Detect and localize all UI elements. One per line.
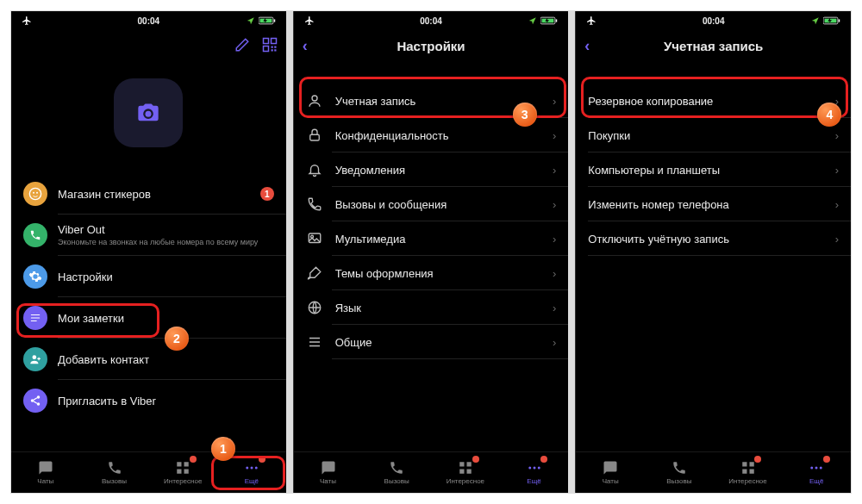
chevron-right-icon: › xyxy=(835,198,839,211)
tab-chats[interactable]: Чаты xyxy=(294,452,363,493)
notification-dot xyxy=(540,456,547,463)
svg-point-48 xyxy=(815,467,818,470)
tab-more[interactable]: Ещё xyxy=(782,452,851,493)
tab-explore[interactable]: Интересное xyxy=(714,452,783,493)
chevron-right-icon: › xyxy=(835,164,839,177)
more-icon xyxy=(527,460,542,476)
svg-rect-19 xyxy=(184,462,189,466)
add-contact-icon xyxy=(23,347,47,371)
svg-point-24 xyxy=(255,467,258,470)
svg-rect-7 xyxy=(274,46,276,47)
svg-rect-1 xyxy=(273,19,275,22)
svg-rect-35 xyxy=(459,470,464,474)
lock-icon xyxy=(306,127,323,144)
row-general[interactable]: Общие › xyxy=(294,325,569,359)
tab-bar: Чаты Вызовы Интересное Ещё xyxy=(576,451,851,493)
battery-icon xyxy=(259,16,276,25)
row-language[interactable]: Язык › xyxy=(294,290,569,325)
triptych: 00:04 xyxy=(10,10,852,494)
label: Магазин стикеров xyxy=(58,188,250,201)
tab-explore[interactable]: Интересное xyxy=(431,452,500,493)
svg-rect-21 xyxy=(184,470,189,474)
svg-point-47 xyxy=(810,467,813,470)
chevron-right-icon: › xyxy=(553,302,556,314)
header xyxy=(11,30,286,61)
avatar-placeholder[interactable] xyxy=(114,78,183,147)
item-viber-out[interactable]: Viber Out Экономьте на звонках на любые … xyxy=(11,215,286,256)
tab-explore[interactable]: Интересное xyxy=(148,452,217,493)
notification-dot xyxy=(472,456,479,463)
row-desktops[interactable]: Компьютеры и планшеты › xyxy=(576,152,851,187)
tab-calls[interactable]: Вызовы xyxy=(80,452,149,493)
edit-icon[interactable] xyxy=(234,37,250,55)
svg-point-39 xyxy=(537,467,540,470)
notification-dot xyxy=(190,456,197,463)
page-title: Учетная запись xyxy=(664,39,763,53)
header: ‹ Настройки xyxy=(294,30,569,61)
more-menu: Магазин стикеров 1 Viber Out Экономьте н… xyxy=(11,173,286,421)
back-icon[interactable]: ‹ xyxy=(584,37,590,55)
svg-point-49 xyxy=(820,467,822,470)
location-icon xyxy=(811,16,820,25)
label: Мои заметки xyxy=(58,312,274,325)
item-notes[interactable]: Мои заметки xyxy=(11,297,286,339)
item-stickers[interactable]: Магазин стикеров 1 xyxy=(11,173,286,215)
back-icon[interactable]: ‹ xyxy=(303,37,308,55)
sublabel: Экономьте на звонках на любые номера по … xyxy=(58,238,274,247)
item-invite[interactable]: Пригласить в Viber xyxy=(11,380,286,421)
camera-icon xyxy=(136,101,160,125)
row-notifications[interactable]: Уведомления › xyxy=(294,152,569,187)
row-change-number[interactable]: Изменить номер телефона › xyxy=(576,187,851,221)
svg-rect-36 xyxy=(466,470,471,474)
label: Viber Out xyxy=(58,223,274,236)
svg-rect-8 xyxy=(271,49,272,51)
grid-icon xyxy=(740,460,756,476)
tab-chats[interactable]: Чаты xyxy=(576,452,645,493)
notification-dot xyxy=(259,456,265,463)
status-bar: 00:04 xyxy=(11,11,286,30)
tab-more[interactable]: Ещё xyxy=(500,452,569,493)
grid-icon xyxy=(458,460,473,476)
status-time: 00:04 xyxy=(703,16,725,26)
label: Добавить контакт xyxy=(58,353,274,366)
tab-calls[interactable]: Вызовы xyxy=(362,452,431,493)
tab-chats[interactable]: Чаты xyxy=(11,452,80,493)
svg-rect-5 xyxy=(263,46,268,51)
chevron-right-icon: › xyxy=(553,267,556,280)
row-purchases[interactable]: Покупки › xyxy=(576,118,851,152)
location-icon xyxy=(247,16,255,25)
row-backup[interactable]: Резервное копирование › xyxy=(576,84,851,118)
svg-rect-26 xyxy=(556,19,558,22)
qr-icon[interactable] xyxy=(262,37,278,55)
callout-3: 3 xyxy=(513,103,537,127)
chat-icon xyxy=(38,460,53,476)
phone-icon xyxy=(107,460,122,476)
svg-rect-9 xyxy=(274,49,276,51)
tab-bar: Чаты Вызовы Интересное Ещё xyxy=(294,451,569,493)
callout-1: 1 xyxy=(211,437,235,461)
row-themes[interactable]: Темы оформления › xyxy=(294,256,569,290)
label: Настройки xyxy=(58,271,274,283)
svg-rect-18 xyxy=(177,462,181,466)
chevron-right-icon: › xyxy=(835,129,839,142)
row-media[interactable]: Мультимедиа › xyxy=(294,221,569,256)
item-settings[interactable]: Настройки xyxy=(11,256,286,297)
svg-rect-4 xyxy=(271,38,276,43)
page-title: Настройки xyxy=(397,39,465,53)
chat-icon xyxy=(321,460,336,476)
badge: 1 xyxy=(260,187,274,201)
row-calls-messages[interactable]: Вызовы и сообщения › xyxy=(294,187,569,221)
phone-icon xyxy=(671,460,687,476)
airplane-icon xyxy=(586,16,597,26)
grid-icon xyxy=(175,460,191,476)
airplane-icon xyxy=(304,16,315,26)
tab-calls[interactable]: Вызовы xyxy=(645,452,714,493)
status-bar: 00:04 xyxy=(294,11,569,30)
svg-point-16 xyxy=(31,399,34,402)
row-deactivate[interactable]: Отключить учётную запись › xyxy=(576,221,851,256)
item-add-contact[interactable]: Добавить контакт xyxy=(11,339,286,380)
call-msg-icon xyxy=(306,196,323,213)
svg-point-14 xyxy=(33,355,37,359)
callout-2: 2 xyxy=(165,327,189,351)
bell-icon xyxy=(306,161,323,178)
